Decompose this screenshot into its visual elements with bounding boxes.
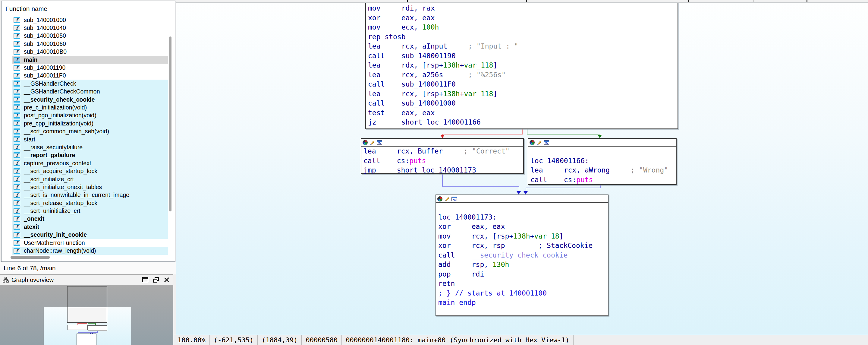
asm-line[interactable]: call cs:puts bbox=[364, 156, 523, 166]
asm-line[interactable]: lea rcx, [rsp+138h+var_118] bbox=[368, 89, 678, 99]
asm-code[interactable]: mov rdi, raxxor eax, eaxmov ecx, 100hrep… bbox=[366, 0, 678, 127]
function-list-item[interactable]: fUserMathErrorFunction bbox=[12, 239, 168, 247]
function-list-item[interactable]: fsub_140001190 bbox=[12, 64, 168, 71]
ida-window: Function name fsub_140001000fsub_1400010… bbox=[0, 0, 868, 345]
asm-token-asm: loc_140001173: bbox=[438, 213, 497, 221]
asm-line[interactable]: lea rdx, [rsp+138h+var_118] bbox=[368, 61, 678, 70]
asm-line[interactable] bbox=[438, 203, 608, 212]
asm-line[interactable]: call __security_check_cookie bbox=[438, 251, 608, 260]
asm-code[interactable]: lea rcx, Buffer ; "Correct"call cs:putsj… bbox=[361, 147, 523, 175]
close-icon[interactable] bbox=[164, 277, 170, 283]
function-list-item[interactable]: f__scrt_initialize_onexit_tables bbox=[12, 183, 168, 191]
asm-line[interactable]: xor eax, eax bbox=[368, 13, 678, 23]
block-xrefs-icon[interactable] bbox=[377, 140, 382, 145]
asm-line[interactable]: jz short loc_140001166 bbox=[368, 118, 678, 127]
function-icon: f bbox=[13, 200, 20, 206]
function-list-item[interactable]: fpre_c_initialization(void) bbox=[12, 104, 168, 111]
block-xrefs-icon[interactable] bbox=[452, 197, 457, 201]
block-color-icon[interactable] bbox=[363, 140, 368, 145]
graph-overview-header[interactable]: Graph overview bbox=[0, 275, 173, 285]
asm-line[interactable]: mov rcx, [rsp+138h+var_18] bbox=[438, 232, 608, 241]
asm-line[interactable]: main endp bbox=[438, 298, 608, 308]
function-list-item[interactable]: fpre_cpp_initialization(void) bbox=[12, 119, 168, 127]
asm-line[interactable]: xor eax, eax bbox=[438, 222, 608, 232]
basic-block-exit[interactable]: loc_140001173:xor eax, eaxmov rcx, [rsp+… bbox=[435, 195, 609, 316]
function-icon: f bbox=[13, 49, 20, 55]
function-name-column-header[interactable]: Function name bbox=[5, 5, 47, 12]
vertical-scrollbar-thumb[interactable] bbox=[169, 36, 172, 211]
basic-block-main-entry[interactable]: mov rdi, raxxor eax, eaxmov ecx, 100hrep… bbox=[365, 0, 678, 129]
asm-line[interactable]: ; } // starts at 140001100 bbox=[438, 289, 608, 298]
asm-line[interactable]: lea rcx, Buffer ; "Correct" bbox=[364, 147, 523, 156]
asm-line[interactable]: lea rcx, a256s ; "%256s" bbox=[368, 70, 678, 80]
horizontal-scrollbar-thumb[interactable] bbox=[10, 256, 50, 259]
asm-code[interactable]: loc_140001166:lea rcx, aWrong ; "Wrong"c… bbox=[528, 147, 676, 184]
asm-token-asm: lea rcx, Buffer bbox=[364, 147, 464, 155]
function-list-item[interactable]: fsub_1400011F0 bbox=[12, 72, 168, 80]
function-list-item[interactable]: f__report_gsfailure bbox=[12, 151, 168, 159]
asm-token-mag: puts bbox=[409, 157, 426, 165]
block-color-icon[interactable] bbox=[530, 140, 535, 145]
function-list-item[interactable]: f__security_check_cookie bbox=[12, 95, 168, 104]
block-edit-icon[interactable] bbox=[444, 196, 450, 201]
function-list-item[interactable]: fsub_140001040 bbox=[12, 24, 168, 32]
minimap-viewport[interactable] bbox=[67, 286, 107, 323]
asm-line[interactable]: mov ecx, 100h bbox=[368, 23, 678, 32]
function-list-item[interactable]: fatexit bbox=[12, 223, 168, 231]
basic-block-wrong[interactable]: loc_140001166:lea rcx, aWrong ; "Wrong"c… bbox=[528, 138, 677, 185]
asm-line[interactable]: lea rcx, aWrong ; "Wrong" bbox=[530, 166, 676, 175]
function-list-item[interactable]: fcapture_previous_context bbox=[12, 159, 168, 167]
function-list-item[interactable]: fmain bbox=[12, 56, 168, 64]
function-list-item[interactable]: f__GSHandlerCheckCommon bbox=[12, 88, 168, 95]
block-xrefs-icon[interactable] bbox=[544, 140, 549, 145]
function-list-item[interactable]: f__scrt_uninitialize_crt bbox=[12, 207, 168, 215]
asm-line[interactable]: lea rcx, aInput ; "Input : " bbox=[368, 41, 678, 51]
function-name: post_pgo_initialization(void) bbox=[24, 112, 96, 119]
asm-line[interactable]: add rsp, 130h bbox=[438, 260, 608, 269]
asm-line[interactable] bbox=[530, 147, 676, 156]
asm-line[interactable]: mov rdi, rax bbox=[368, 4, 678, 13]
asm-line[interactable]: call sub_140001190 bbox=[368, 51, 678, 61]
function-list-item[interactable]: f__scrt_release_startup_lock bbox=[12, 199, 168, 207]
function-list-item[interactable]: fsub_1400010B0 bbox=[12, 48, 168, 56]
status-segment: 0000000140001180: main+80 (Synchronized … bbox=[342, 335, 574, 345]
asm-line[interactable]: jmp short loc_140001173 bbox=[364, 166, 523, 175]
function-list-item[interactable]: fsub_140001050 bbox=[12, 32, 168, 40]
float-window-icon[interactable] bbox=[142, 277, 149, 283]
asm-line[interactable]: rep stosb bbox=[368, 32, 678, 42]
function-list-item[interactable]: fpost_pgo_initialization(void) bbox=[12, 112, 168, 119]
function-list-item[interactable]: f__scrt_common_main_seh(void) bbox=[12, 127, 168, 135]
function-icon: f bbox=[13, 240, 20, 246]
restore-window-icon[interactable] bbox=[153, 277, 159, 283]
asm-line[interactable]: call sub_140001000 bbox=[368, 98, 678, 108]
function-list-item[interactable]: f_onexit bbox=[12, 215, 168, 223]
asm-line[interactable]: test eax, eax bbox=[368, 108, 678, 118]
function-list-item[interactable]: f__GSHandlerCheck bbox=[12, 80, 168, 87]
asm-token-mag: puts bbox=[576, 176, 593, 184]
function-list-item[interactable]: fsub_140001060 bbox=[12, 40, 168, 48]
asm-line[interactable]: loc_140001173: bbox=[438, 212, 608, 222]
graph-overview-minimap[interactable] bbox=[0, 285, 173, 345]
asm-line[interactable]: xor rcx, rsp ; StackCookie bbox=[438, 241, 608, 251]
function-list-item[interactable]: f__security_init_cookie bbox=[12, 231, 168, 239]
graph-edge-blue bbox=[526, 188, 601, 188]
asm-line[interactable]: call cs:puts bbox=[530, 175, 676, 185]
function-list-item[interactable]: fsub_140001000 bbox=[12, 16, 168, 24]
asm-line[interactable]: pop rdi bbox=[438, 269, 608, 279]
asm-line[interactable]: loc_140001166: bbox=[530, 156, 676, 166]
block-edit-icon[interactable] bbox=[370, 140, 375, 145]
block-color-icon[interactable] bbox=[437, 196, 442, 201]
asm-line[interactable]: call sub_1400011F0 bbox=[368, 80, 678, 89]
graph-edge-red bbox=[442, 134, 523, 135]
asm-line[interactable]: retn bbox=[438, 279, 608, 289]
function-list-item[interactable]: f__scrt_is_nonwritable_in_current_image bbox=[12, 191, 168, 199]
function-list-item[interactable]: f__scrt_initialize_crt bbox=[12, 175, 168, 183]
function-list-item[interactable]: fstart bbox=[12, 136, 168, 143]
block-edit-icon[interactable] bbox=[536, 140, 542, 145]
function-list-item[interactable]: f__scrt_acquire_startup_lock bbox=[12, 167, 168, 175]
disassembly-graph-view[interactable]: mov rdi, raxxor eax, eaxmov ecx, 100hrep… bbox=[176, 0, 868, 335]
asm-code[interactable]: loc_140001173:xor eax, eaxmov rcx, [rsp+… bbox=[436, 203, 608, 308]
basic-block-correct[interactable]: lea rcx, Buffer ; "Correct"call cs:putsj… bbox=[361, 138, 524, 174]
function-list-item[interactable]: f__raise_securityfailure bbox=[12, 143, 168, 151]
function-list-item[interactable]: fcharNode::raw_length(void) bbox=[12, 247, 168, 255]
